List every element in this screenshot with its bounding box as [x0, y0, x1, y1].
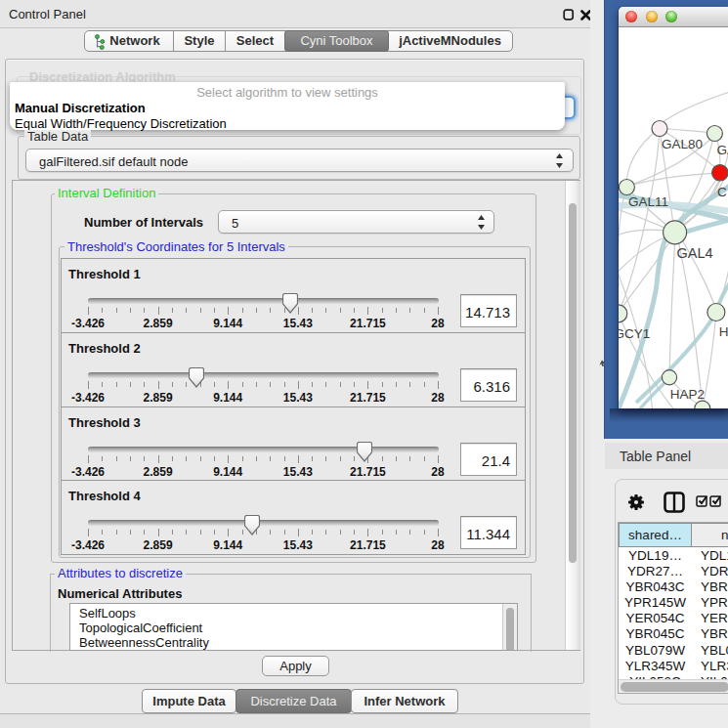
svg-text:H: H [719, 324, 728, 339]
svg-text:GA: GA [717, 143, 728, 157]
svg-text:C: C [717, 185, 727, 199]
svg-text:HAP2: HAP2 [670, 387, 705, 402]
svg-text:GAL4: GAL4 [677, 245, 713, 261]
svg-text:GAL11: GAL11 [628, 194, 668, 209]
svg-text:GAL80: GAL80 [662, 137, 703, 151]
svg-text:GCY1: GCY1 [619, 326, 650, 341]
